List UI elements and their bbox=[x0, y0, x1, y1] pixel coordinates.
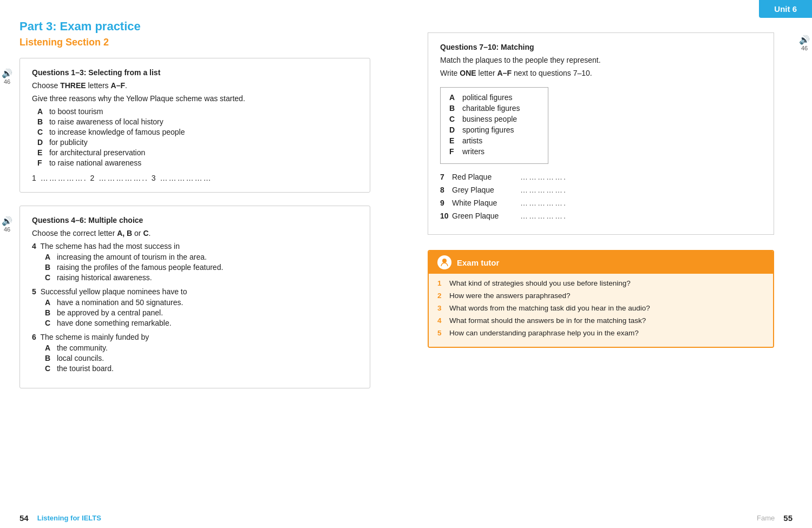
q1-3-title: Questions 1–3: Selecting from a list bbox=[32, 68, 358, 77]
tutor-q5-text: How can understanding paraphrase help yo… bbox=[449, 329, 639, 337]
tutor-q3: 3 What words from the matching task did … bbox=[437, 304, 764, 312]
opt-row: D sporting figures bbox=[449, 126, 539, 134]
footer-page-left: 54 bbox=[19, 513, 29, 523]
opt-row: A political figures bbox=[449, 93, 539, 102]
svg-point-0 bbox=[442, 259, 447, 263]
q5-options: A have a nomination and 50 signatures. B… bbox=[45, 298, 358, 327]
tutor-q1: 1 What kind of strategies should you use… bbox=[437, 279, 764, 287]
list-item: C have done something remarkable. bbox=[45, 319, 358, 327]
match-q7: 7 Red Plaque ……………. bbox=[440, 173, 762, 181]
speaker-icon-2: 🔊 46 bbox=[2, 216, 12, 233]
q5-text: Successful yellow plaque nominees have t… bbox=[41, 287, 187, 296]
opt-row: F writers bbox=[449, 147, 539, 156]
list-item: A the community. bbox=[45, 344, 358, 352]
list-item: A have a nomination and 50 signatures. bbox=[45, 298, 358, 307]
q1-3-instruction1: Choose THREE letters A–F. bbox=[32, 81, 358, 90]
tutor-q4: 4 What format should the answers be in f… bbox=[437, 316, 764, 325]
matching-options-table: A political figures B charitable figures… bbox=[440, 87, 548, 164]
right-column: 🔊 46 Questions 7–10: Matching Match the … bbox=[411, 0, 790, 348]
list-item: D for publicity bbox=[37, 138, 358, 147]
matching-title: Questions 7–10: Matching bbox=[440, 43, 762, 51]
q-num: 4 bbox=[32, 242, 36, 250]
opt-row: E artists bbox=[449, 136, 539, 145]
section-title: Listening Section 2 bbox=[19, 37, 370, 48]
footer-page-right: 55 bbox=[783, 513, 793, 523]
q4-6-title: Questions 4–6: Multiple choice bbox=[32, 216, 358, 225]
list-item: A increasing the amount of tourism in th… bbox=[45, 253, 358, 261]
mc-question-5: 5 Successful yellow plaque nominees have… bbox=[32, 287, 358, 327]
q-num: 6 bbox=[32, 333, 36, 341]
speaker-icon-3: 🔊 bbox=[799, 35, 810, 45]
questions-1-3-box: 🔊 46 Questions 1–3: Selecting from a lis… bbox=[19, 58, 370, 193]
tutor-q3-text: What words from the matching task did yo… bbox=[449, 304, 650, 312]
q6-options: A the community. B local councils. C the… bbox=[45, 344, 358, 373]
list-item: B be approved by a central panel. bbox=[45, 308, 358, 317]
tutor-q2: 2 How were the answers paraphrased? bbox=[437, 292, 764, 300]
match-q10: 10 Green Plaque ……………. bbox=[440, 212, 762, 220]
tutor-q1-text: What kind of strategies should you use b… bbox=[449, 279, 631, 287]
matching-instruction2: Write ONE letter A–F next to questions 7… bbox=[440, 69, 762, 77]
list-item: B to raise awareness of local history bbox=[37, 117, 358, 126]
list-item: A to boost tourism bbox=[37, 107, 358, 116]
matching-instruction1: Match the plaques to the people they rep… bbox=[440, 56, 762, 64]
questions-4-6-box: 🔊 46 Questions 4–6: Multiple choice Choo… bbox=[19, 206, 370, 388]
mc-question-6: 6 The scheme is mainly funded by A the c… bbox=[32, 333, 358, 373]
list-item: B raising the profiles of the famous peo… bbox=[45, 263, 358, 272]
tutor-q4-text: What format should the answers be in for… bbox=[449, 316, 646, 325]
opt-row: C business people bbox=[449, 115, 539, 123]
left-column: Part 3: Exam practice Listening Section … bbox=[0, 0, 390, 401]
exam-tutor-icon bbox=[437, 255, 451, 269]
tutor-q2-text: How were the answers paraphrased? bbox=[449, 292, 571, 300]
footer-right: Fame 55 bbox=[757, 513, 793, 523]
exam-tutor-box: Exam tutor 1 What kind of strategies sho… bbox=[428, 250, 774, 348]
exam-tutor-questions: 1 What kind of strategies should you use… bbox=[429, 274, 773, 347]
speaker-num-3: 46 bbox=[801, 45, 808, 51]
list-item: C raising historical awareness. bbox=[45, 273, 358, 282]
part-title: Part 3: Exam practice bbox=[19, 19, 370, 34]
q4-6-instruction: Choose the correct letter A, B or C. bbox=[32, 229, 358, 237]
list-item: C the tourist board. bbox=[45, 364, 358, 373]
q-num: 5 bbox=[32, 287, 36, 296]
list-item: E for architectural preservation bbox=[37, 148, 358, 157]
matching-box: Questions 7–10: Matching Match the plaqu… bbox=[428, 32, 774, 235]
list-item: F to raise national awareness bbox=[37, 159, 358, 167]
list-item: B local councils. bbox=[45, 354, 358, 362]
q4-options: A increasing the amount of tourism in th… bbox=[45, 253, 358, 282]
exam-tutor-label: Exam tutor bbox=[457, 258, 499, 267]
q1-3-answer-line: 1 ……………. 2 …………….. 3 ……………… bbox=[32, 174, 358, 182]
footer-title-left: Listening for IELTS bbox=[37, 514, 101, 522]
list-item: C to increase knowledge of famous people bbox=[37, 128, 358, 136]
q6-text: The scheme is mainly funded by bbox=[40, 333, 149, 341]
tutor-q5: 5 How can understanding paraphrase help … bbox=[437, 329, 764, 337]
footer-topic: Fame bbox=[757, 514, 775, 522]
footer-left: 54 Listening for IELTS bbox=[19, 513, 101, 523]
q1-3-options: A to boost tourism B to raise awareness … bbox=[37, 107, 358, 167]
speaker-icon-1: 🔊 46 bbox=[2, 68, 12, 85]
opt-row: B charitable figures bbox=[449, 104, 539, 113]
mc-question-4: 4 The scheme has had the most success in… bbox=[32, 242, 358, 282]
footer: 54 Listening for IELTS Fame 55 bbox=[0, 513, 812, 523]
match-q8: 8 Grey Plaque ……………. bbox=[440, 186, 762, 194]
exam-tutor-header: Exam tutor bbox=[429, 251, 773, 274]
q1-3-instruction2: Give three reasons why the Yellow Plaque… bbox=[32, 94, 358, 103]
match-q9: 9 White Plaque ……………. bbox=[440, 199, 762, 207]
q4-text: The scheme has had the most success in bbox=[40, 242, 180, 250]
